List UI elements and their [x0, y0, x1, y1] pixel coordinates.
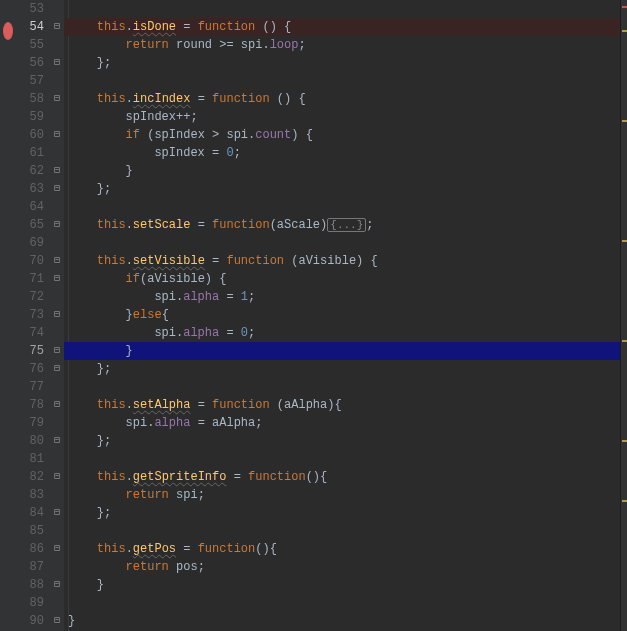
code-line[interactable]: spIndex++;: [68, 108, 198, 126]
breakpoint-slot[interactable]: [0, 130, 16, 148]
error-stripe-warning[interactable]: [622, 30, 627, 32]
code-line[interactable]: return round >= spi.loop;: [68, 36, 306, 54]
breakpoint-slot[interactable]: [0, 76, 16, 94]
error-stripe-warning[interactable]: [622, 440, 627, 442]
code-line[interactable]: if (spIndex > spi.count) {: [68, 126, 313, 144]
breakpoint-slot[interactable]: [0, 508, 16, 526]
line-number: 70: [16, 252, 44, 270]
folded-region[interactable]: {...}: [327, 218, 366, 232]
error-stripe-warning[interactable]: [622, 500, 627, 502]
breakpoint-slot[interactable]: [0, 238, 16, 256]
fold-close-icon[interactable]: ⊟: [50, 360, 64, 378]
code-line[interactable]: this.setScale = function(aScale){...};: [68, 216, 374, 234]
code-line[interactable]: this.getSpriteInfo = function(){: [68, 468, 327, 486]
fold-open-icon[interactable]: ⊟: [50, 540, 64, 558]
breakpoint-slot[interactable]: [0, 148, 16, 166]
breakpoint-slot[interactable]: [0, 274, 16, 292]
code-line[interactable]: this.getPos = function(){: [68, 540, 277, 558]
code-line[interactable]: };: [68, 360, 111, 378]
line-number: 79: [16, 414, 44, 432]
breakpoint-slot[interactable]: [0, 166, 16, 184]
code-line[interactable]: }: [68, 162, 133, 180]
fold-open-icon[interactable]: ⊟: [50, 90, 64, 108]
code-line[interactable]: }: [68, 342, 133, 360]
code-editor[interactable]: 5354555657585960616263646569707172737475…: [0, 0, 627, 631]
code-line[interactable]: spi.alpha = 0;: [68, 324, 255, 342]
breakpoint-slot[interactable]: [0, 418, 16, 436]
breakpoint-slot[interactable]: [0, 400, 16, 418]
breakpoint-slot[interactable]: [0, 22, 16, 40]
error-stripe-warning[interactable]: [622, 240, 627, 242]
code-line[interactable]: if(aVisible) {: [68, 270, 226, 288]
breakpoint-slot[interactable]: [0, 454, 16, 472]
code-area[interactable]: this.isDone = function () { return round…: [64, 0, 620, 631]
breakpoint-icon[interactable]: [3, 22, 13, 40]
breakpoint-slot[interactable]: [0, 310, 16, 328]
breakpoint-slot[interactable]: [0, 112, 16, 130]
code-line[interactable]: };: [68, 54, 111, 72]
code-line[interactable]: return pos;: [68, 558, 205, 576]
code-line[interactable]: spi.alpha = aAlpha;: [68, 414, 262, 432]
line-number: 64: [16, 198, 44, 216]
code-line[interactable]: };: [68, 180, 111, 198]
code-line[interactable]: spIndex = 0;: [68, 144, 241, 162]
fold-close-icon[interactable]: ⊟: [50, 162, 64, 180]
code-line[interactable]: this.setVisible = function (aVisible) {: [68, 252, 378, 270]
fold-open-icon[interactable]: ⊟: [50, 270, 64, 288]
breakpoint-slot[interactable]: [0, 580, 16, 598]
breakpoint-slot[interactable]: [0, 0, 16, 18]
code-line[interactable]: this.incIndex = function () {: [68, 90, 306, 108]
breakpoint-slot[interactable]: [0, 346, 16, 364]
breakpoint-slot[interactable]: [0, 202, 16, 220]
breakpoint-slot[interactable]: [0, 40, 16, 58]
breakpoint-slot[interactable]: [0, 256, 16, 274]
code-line[interactable]: }: [68, 612, 75, 630]
fold-close-icon[interactable]: ⊟: [50, 432, 64, 450]
breakpoint-slot[interactable]: [0, 364, 16, 382]
fold-close-icon[interactable]: ⊟: [50, 504, 64, 522]
code-line[interactable]: };: [68, 504, 111, 522]
error-stripe-error[interactable]: [622, 6, 627, 8]
fold-open-icon[interactable]: ⊟: [50, 252, 64, 270]
breakpoint-slot[interactable]: [0, 436, 16, 454]
breakpoint-slot[interactable]: [0, 598, 16, 616]
code-line[interactable]: }: [68, 576, 104, 594]
fold-close-icon[interactable]: ⊟: [50, 54, 64, 72]
error-stripe-warning[interactable]: [622, 120, 627, 122]
breakpoint-slot[interactable]: [0, 490, 16, 508]
fold-open-icon[interactable]: ⊟: [50, 216, 64, 234]
breakpoint-slot[interactable]: [0, 184, 16, 202]
fold-none: [50, 558, 64, 576]
breakpoint-slot[interactable]: [0, 616, 16, 631]
fold-open-icon[interactable]: ⊟: [50, 126, 64, 144]
breakpoint-slot[interactable]: [0, 328, 16, 346]
breakpoint-slot[interactable]: [0, 382, 16, 400]
fold-open-icon[interactable]: ⊟: [50, 18, 64, 36]
code-line[interactable]: return spi;: [68, 486, 205, 504]
error-stripe-warning[interactable]: [622, 340, 627, 342]
fold-open-icon[interactable]: ⊟: [50, 306, 64, 324]
fold-close-icon[interactable]: ⊟: [50, 342, 64, 360]
breakpoint-slot[interactable]: [0, 562, 16, 580]
code-line[interactable]: spi.alpha = 1;: [68, 288, 255, 306]
fold-open-icon[interactable]: ⊟: [50, 468, 64, 486]
breakpoint-slot[interactable]: [0, 58, 16, 76]
breakpoint-gutter[interactable]: [0, 0, 16, 631]
code-line[interactable]: };: [68, 432, 111, 450]
code-line[interactable]: this.setAlpha = function (aAlpha){: [68, 396, 342, 414]
breakpoint-slot[interactable]: [0, 526, 16, 544]
error-stripe[interactable]: [620, 0, 627, 631]
fold-gutter[interactable]: ⊟⊟⊟⊟⊟⊟⊟⊟⊟⊟⊟⊟⊟⊟⊟⊟⊟⊟⊟: [50, 0, 64, 631]
code-line[interactable]: this.isDone = function () {: [68, 18, 291, 36]
fold-none: [50, 144, 64, 162]
breakpoint-slot[interactable]: [0, 544, 16, 562]
fold-open-icon[interactable]: ⊟: [50, 396, 64, 414]
code-line[interactable]: }else{: [68, 306, 169, 324]
breakpoint-slot[interactable]: [0, 472, 16, 490]
breakpoint-slot[interactable]: [0, 94, 16, 112]
breakpoint-slot[interactable]: [0, 292, 16, 310]
breakpoint-slot[interactable]: [0, 220, 16, 238]
fold-close-icon[interactable]: ⊟: [50, 576, 64, 594]
fold-close-icon[interactable]: ⊟: [50, 612, 64, 630]
fold-close-icon[interactable]: ⊟: [50, 180, 64, 198]
